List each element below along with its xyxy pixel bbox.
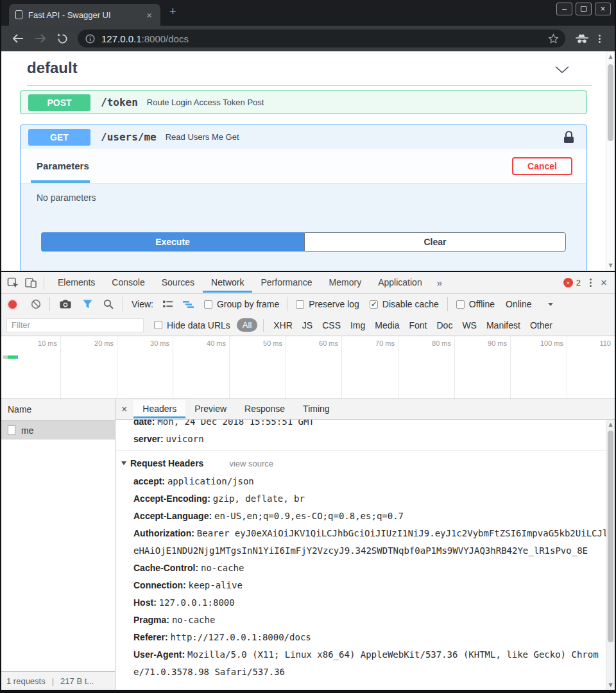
clear-requests-button[interactable]: [31, 299, 41, 309]
authorization-lock-icon[interactable]: [564, 131, 574, 143]
scrollbar-thumb[interactable]: [608, 64, 613, 141]
filter-type-media[interactable]: Media: [375, 320, 399, 330]
disable-cache-checkbox[interactable]: ✓: [370, 300, 378, 309]
offline-checkbox[interactable]: [456, 300, 465, 309]
scroll-down-icon[interactable]: ▼: [606, 682, 615, 688]
filter-type-xhr[interactable]: XHR: [273, 320, 293, 330]
minimize-button[interactable]: –: [556, 3, 572, 15]
bookmark-star-button[interactable]: [548, 33, 559, 44]
no-parameters-text: No parameters: [37, 193, 586, 203]
close-window-button[interactable]: ×: [595, 3, 611, 15]
filter-toggle-button[interactable]: [83, 300, 92, 309]
throttling-caret-icon[interactable]: [548, 303, 553, 306]
network-status-bar: 1 requests | 217 B t...: [1, 671, 115, 690]
filter-type-manifest[interactable]: Manifest: [486, 320, 520, 330]
browser-tab[interactable]: Fast API - Swagger UI ×: [9, 4, 160, 26]
scroll-down-icon[interactable]: ▼: [606, 262, 615, 268]
filter-type-ws[interactable]: WS: [462, 320, 477, 330]
cancel-button[interactable]: Cancel: [512, 157, 572, 175]
hide-data-urls-label[interactable]: Hide data URLs: [167, 320, 230, 330]
endpoint-header[interactable]: GET /users/me Read Users Me Get: [21, 125, 586, 149]
screenshot-button[interactable]: [60, 300, 71, 309]
section-divider: [116, 450, 606, 451]
overview-toggle-button[interactable]: [182, 300, 194, 309]
tab-sources[interactable]: Sources: [153, 273, 203, 293]
request-headers-section[interactable]: Request Headers view source: [121, 454, 606, 473]
search-button[interactable]: [103, 299, 114, 309]
url-text[interactable]: 127.0.0.1:8000/docs: [101, 33, 189, 44]
preserve-log-checkbox[interactable]: [296, 300, 304, 309]
incognito-icon: [574, 33, 590, 44]
scroll-up-icon[interactable]: ▲: [606, 422, 615, 427]
record-button[interactable]: [8, 300, 17, 309]
filter-type-other[interactable]: Other: [530, 320, 552, 330]
request-header-row: Refererhttp://127.0.0.1:8000/docs: [133, 629, 606, 646]
request-row-me[interactable]: me: [1, 421, 115, 440]
tab-application[interactable]: Application: [370, 273, 431, 293]
name-column-header[interactable]: Name: [1, 399, 115, 421]
tab-timing[interactable]: Timing: [294, 400, 339, 418]
address-bar[interactable]: 127.0.0.1:8000/docs: [78, 30, 565, 47]
checkmark-icon: ✓: [371, 300, 377, 309]
tab-performance[interactable]: Performance: [252, 273, 320, 293]
filter-type-doc[interactable]: Doc: [436, 320, 452, 330]
document-icon: [8, 425, 15, 435]
maximize-icon: [581, 6, 586, 12]
tab-network[interactable]: Network: [203, 273, 252, 293]
page-scrollbar[interactable]: ▲ ▼: [606, 51, 615, 271]
preserve-log-label[interactable]: Preserve log: [309, 299, 359, 309]
tab-preview[interactable]: Preview: [185, 400, 235, 418]
response-header-row: serveruvicorn: [133, 431, 606, 448]
devtools-menu-button[interactable]: [590, 277, 592, 288]
back-button[interactable]: [12, 34, 24, 43]
view-source-link[interactable]: view source: [229, 459, 273, 468]
filter-type-css[interactable]: CSS: [322, 320, 341, 330]
new-tab-button[interactable]: +: [169, 5, 176, 19]
disable-cache-label[interactable]: Disable cache: [382, 299, 439, 309]
tab-close-icon[interactable]: ×: [144, 10, 154, 21]
forward-button[interactable]: [35, 34, 46, 43]
timeline-tick: 30 ms: [130, 339, 169, 347]
hide-data-urls-checkbox[interactable]: [154, 321, 162, 329]
more-tabs-button[interactable]: »: [431, 277, 449, 288]
timeline-tick: 20 ms: [74, 339, 114, 347]
filter-input[interactable]: [6, 318, 144, 332]
browser-menu-button[interactable]: [599, 33, 601, 44]
tab-console[interactable]: Console: [103, 273, 153, 293]
scrollbar-thumb[interactable]: [608, 431, 613, 642]
request-headers-title: Request Headers: [130, 458, 203, 468]
filter-type-img[interactable]: Img: [350, 320, 365, 330]
tab-headers[interactable]: Headers: [133, 400, 185, 418]
scroll-up-icon[interactable]: ▲: [606, 54, 615, 60]
list-view-button[interactable]: [162, 300, 173, 309]
tab-elements[interactable]: Elements: [49, 273, 103, 293]
error-badge-icon[interactable]: ×: [563, 278, 573, 287]
devtools-close-button[interactable]: ×: [601, 277, 607, 289]
site-info-icon[interactable]: [85, 34, 95, 44]
device-toolbar-button[interactable]: [25, 278, 37, 288]
filter-type-font[interactable]: Font: [409, 320, 427, 330]
detail-scrollbar[interactable]: ▲ ▼: [606, 420, 615, 690]
maximize-button[interactable]: [576, 3, 592, 15]
group-by-frame-checkbox[interactable]: [204, 300, 212, 309]
inspect-element-button[interactable]: [7, 277, 19, 289]
clear-button[interactable]: Clear: [304, 232, 566, 252]
section-collapse-button[interactable]: [554, 65, 570, 74]
group-by-frame-label[interactable]: Group by frame: [217, 299, 279, 309]
reload-button[interactable]: [57, 33, 68, 44]
request-header-row: Pragmano-cache: [133, 612, 606, 629]
filter-type-all[interactable]: All: [237, 318, 257, 332]
request-count: 1 requests: [6, 676, 46, 686]
timeline-tick: 70 ms: [355, 339, 395, 347]
headers-content: dateMon, 24 Dec 2018 15:55:51 GMT server…: [116, 420, 606, 690]
detail-close-button[interactable]: ×: [116, 404, 133, 415]
throttling-select[interactable]: Online: [506, 299, 531, 309]
execute-button[interactable]: Execute: [41, 232, 304, 252]
funnel-icon: [83, 300, 92, 309]
chevron-down-icon: [554, 65, 570, 74]
filter-type-js[interactable]: JS: [302, 320, 312, 330]
endpoint-post-token[interactable]: POST /token Route Login Access Token Pos…: [20, 90, 587, 114]
offline-label[interactable]: Offline: [469, 299, 495, 309]
tab-response[interactable]: Response: [235, 400, 294, 418]
tab-memory[interactable]: Memory: [321, 273, 370, 293]
